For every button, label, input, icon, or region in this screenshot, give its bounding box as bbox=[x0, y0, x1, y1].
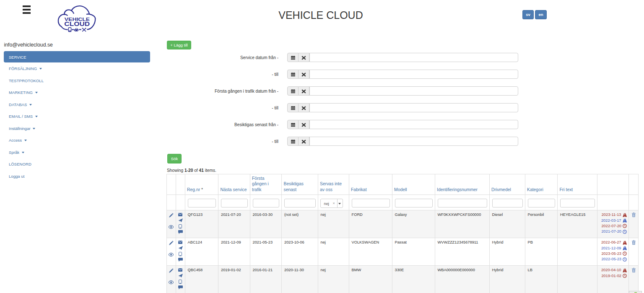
svg-text:CLOUD: CLOUD bbox=[64, 21, 90, 27]
